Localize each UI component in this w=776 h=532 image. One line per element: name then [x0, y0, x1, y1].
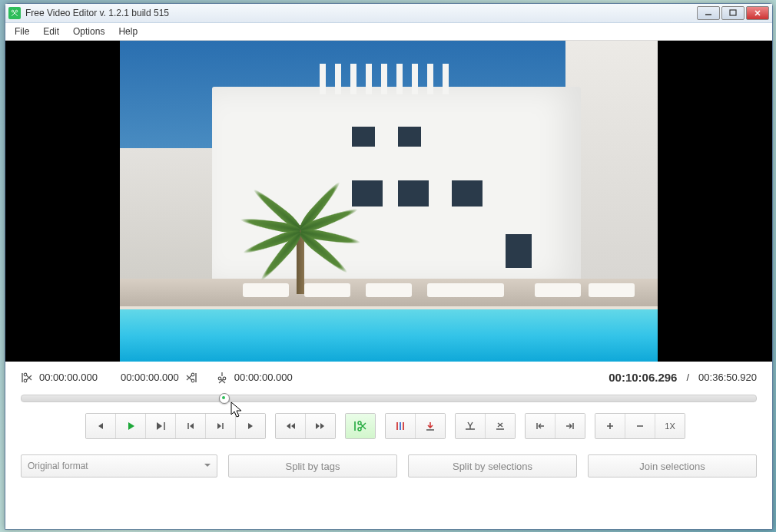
save-marker-button[interactable] — [416, 414, 445, 438]
svg-point-3 — [24, 379, 27, 382]
svg-point-4 — [191, 373, 194, 376]
mouse-cursor-icon — [230, 401, 244, 418]
prev-button[interactable] — [86, 414, 116, 438]
menu-file[interactable]: File — [8, 25, 35, 38]
format-selected: Original format — [28, 461, 88, 471]
play-selection-button[interactable] — [146, 414, 176, 438]
svg-point-6 — [218, 377, 221, 380]
minimize-button[interactable] — [697, 6, 720, 20]
selection-end-time: 00:00:00.000 — [121, 372, 179, 383]
goto-group — [525, 413, 585, 439]
join-selections-button[interactable]: Join selections — [588, 454, 757, 477]
titlebar[interactable]: Free Video Editor v. 1.2.1 build 515 — [5, 4, 772, 23]
menu-edit[interactable]: Edit — [37, 25, 65, 38]
split-by-selections-button[interactable]: Split by selections — [408, 454, 577, 477]
window-title: Free Video Editor v. 1.2.1 build 515 — [25, 8, 697, 18]
selection-end-icon — [185, 372, 197, 384]
trim-group — [455, 413, 516, 439]
marker-group — [385, 413, 446, 439]
skip-group — [275, 413, 336, 439]
video-frame — [120, 41, 658, 362]
trim-in-button[interactable] — [456, 414, 486, 438]
cut-marker-icon — [216, 372, 228, 384]
menu-options[interactable]: Options — [67, 25, 111, 38]
zoom-label: 1X — [665, 421, 675, 431]
goto-start-button[interactable] — [526, 414, 555, 438]
cut-group — [345, 413, 376, 439]
close-button[interactable] — [746, 6, 769, 20]
play-button[interactable] — [116, 414, 146, 438]
maximize-button[interactable] — [721, 6, 744, 20]
menubar: File Edit Options Help — [5, 23, 772, 41]
cut-button[interactable] — [346, 414, 375, 438]
app-icon — [8, 7, 21, 19]
split-by-tags-button[interactable]: Split by tags — [228, 454, 397, 477]
zoom-in-button[interactable] — [595, 414, 625, 438]
app-window: Free Video Editor v. 1.2.1 build 515 Fil… — [5, 3, 773, 530]
time-separator: / — [683, 372, 692, 383]
current-time: 00:10:06.296 — [609, 371, 677, 384]
window-controls — [697, 6, 769, 20]
timecode-row: 00:00:00.000 00:00:00.000 00:00:00.000 0… — [21, 371, 757, 384]
svg-point-11 — [358, 421, 361, 425]
bottom-row: Original format Split by tags Split by s… — [21, 454, 757, 477]
zoom-group: 1X — [595, 413, 685, 439]
selection-start-icon — [21, 372, 33, 384]
svg-point-2 — [24, 373, 27, 376]
format-dropdown[interactable]: Original format — [21, 454, 217, 477]
svg-point-12 — [358, 428, 361, 431]
skip-back-button[interactable] — [276, 414, 306, 438]
set-markers-button[interactable] — [386, 414, 416, 438]
video-preview[interactable] — [5, 41, 772, 362]
svg-point-7 — [223, 377, 226, 380]
goto-end-button[interactable] — [555, 414, 585, 438]
delete-cut-button[interactable] — [486, 414, 515, 438]
skip-forward-button[interactable] — [306, 414, 335, 438]
total-time: 00:36:50.920 — [698, 372, 757, 383]
marker-time: 00:00:00.000 — [234, 372, 293, 383]
svg-point-5 — [191, 379, 194, 382]
controls-panel: 00:00:00.000 00:00:00.000 00:00:00.000 0… — [5, 362, 772, 529]
menu-help[interactable]: Help — [112, 25, 144, 38]
selection-start-time: 00:00:00.000 — [39, 372, 98, 383]
playhead[interactable] — [219, 393, 230, 404]
toolbar: 1X — [21, 413, 757, 439]
svg-rect-1 — [730, 10, 736, 15]
timeline-slider[interactable] — [21, 395, 757, 402]
zoom-out-button[interactable] — [625, 414, 655, 438]
zoom-reset-button[interactable]: 1X — [655, 414, 685, 438]
frame-back-button[interactable] — [176, 414, 206, 438]
